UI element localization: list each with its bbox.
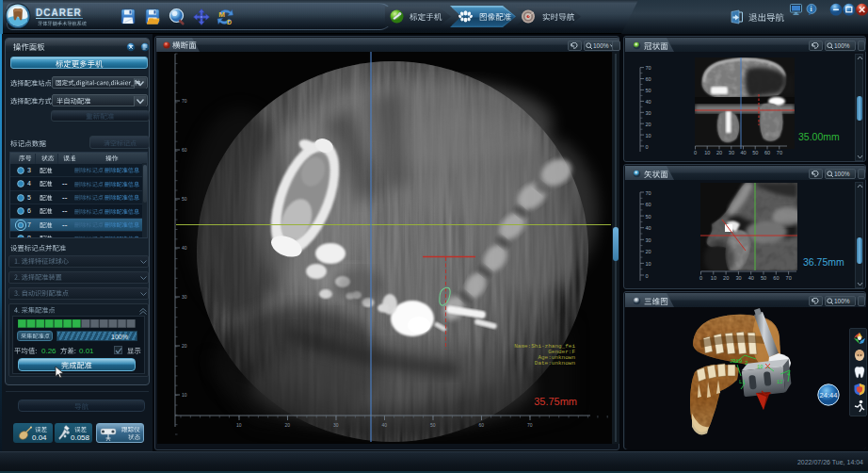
svg-text:50: 50	[430, 422, 436, 428]
svg-text:70: 70	[777, 150, 782, 155]
svg-text:60: 60	[646, 202, 651, 207]
svg-text:Date:unknown: Date:unknown	[535, 360, 576, 367]
svg-text:50: 50	[752, 150, 758, 155]
svg-text:i: i	[810, 5, 812, 13]
svg-text:JB19: JB19	[730, 358, 742, 365]
svg-text:70: 70	[646, 65, 651, 71]
svg-text:30: 30	[333, 422, 339, 428]
svg-text:10: 10	[711, 275, 716, 281]
svg-text:60: 60	[764, 150, 770, 155]
svg-text:60: 60	[182, 147, 187, 153]
svg-text:24:44: 24:44	[820, 391, 838, 400]
svg-text:10: 10	[646, 261, 651, 267]
svg-text:D: D	[227, 19, 232, 25]
svg-text:20: 20	[723, 275, 729, 281]
svg-text:30: 30	[735, 275, 741, 281]
svg-text:0: 0	[646, 144, 649, 150]
svg-text:M: M	[218, 10, 225, 19]
svg-text:50: 50	[646, 214, 651, 220]
svg-text:10: 10	[182, 392, 187, 398]
svg-text:60: 60	[646, 76, 651, 82]
svg-text:60: 60	[773, 275, 779, 281]
svg-text:20: 20	[182, 343, 187, 349]
svg-text:40: 40	[741, 150, 747, 155]
svg-text:60: 60	[479, 422, 485, 428]
svg-text:20: 20	[716, 150, 722, 155]
svg-text:70: 70	[786, 275, 792, 281]
svg-text:2: 2	[745, 360, 747, 367]
svg-text:35.75mm: 35.75mm	[534, 396, 577, 407]
svg-text:70: 70	[646, 190, 651, 196]
svg-text:40: 40	[748, 275, 754, 281]
svg-text:12: 12	[777, 379, 783, 385]
svg-text:10: 10	[757, 364, 764, 370]
svg-text:40: 40	[182, 245, 187, 251]
svg-text:10: 10	[646, 133, 651, 139]
svg-text:30: 30	[646, 110, 651, 116]
svg-text:0: 0	[699, 275, 702, 281]
svg-text:50: 50	[182, 196, 187, 202]
svg-text:20: 20	[646, 249, 651, 254]
svg-text:30: 30	[729, 150, 734, 155]
svg-text:L1: L1	[739, 379, 746, 385]
svg-text:40: 40	[382, 422, 388, 428]
svg-text:10: 10	[704, 150, 710, 155]
svg-text:40: 40	[646, 225, 651, 231]
svg-text:30: 30	[646, 237, 651, 243]
svg-text:30: 30	[182, 294, 187, 300]
svg-text:0: 0	[646, 273, 649, 279]
svg-text:70: 70	[527, 422, 533, 428]
svg-text:20: 20	[646, 122, 651, 127]
svg-text:40: 40	[646, 99, 651, 105]
svg-text:70: 70	[182, 98, 187, 104]
svg-text:0: 0	[694, 150, 697, 155]
svg-text:10: 10	[236, 422, 242, 428]
svg-text:50: 50	[646, 88, 651, 93]
svg-text:20: 20	[285, 422, 291, 428]
svg-text:50: 50	[761, 275, 766, 281]
